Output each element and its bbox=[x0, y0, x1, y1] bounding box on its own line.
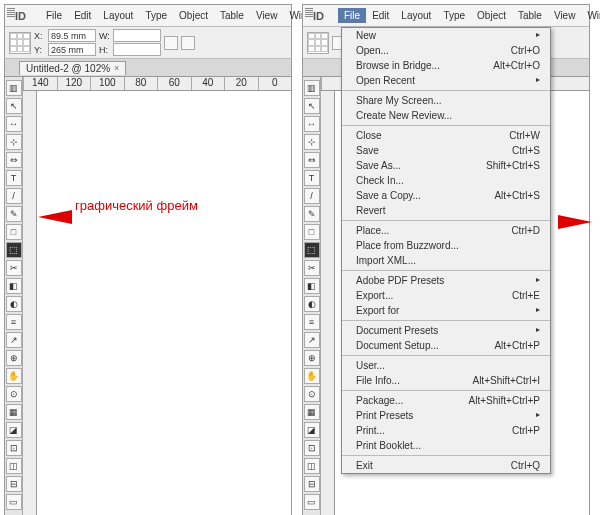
tool-button[interactable]: / bbox=[304, 188, 320, 204]
close-icon[interactable]: × bbox=[114, 63, 119, 73]
tool-button[interactable]: ✋ bbox=[304, 368, 320, 384]
tool-button[interactable]: ≡ bbox=[6, 314, 22, 330]
tool-button[interactable]: ↖ bbox=[304, 98, 320, 114]
menu-item[interactable]: Create New Review... bbox=[342, 108, 550, 123]
grip-icon[interactable] bbox=[7, 8, 15, 18]
w-input[interactable] bbox=[113, 29, 161, 42]
menu-item[interactable]: New▸ bbox=[342, 28, 550, 43]
tool-button[interactable]: ◫ bbox=[6, 458, 22, 474]
menu-item[interactable]: Table bbox=[512, 8, 548, 23]
menu-item[interactable]: SaveCtrl+S bbox=[342, 143, 550, 158]
tool-button[interactable]: ◐ bbox=[304, 296, 320, 312]
tool-button[interactable]: ≡ bbox=[304, 314, 320, 330]
canvas[interactable]: 140120100806040200 bbox=[23, 77, 291, 515]
menu-item[interactable]: View bbox=[250, 8, 284, 23]
tool-button[interactable]: ⊙ bbox=[6, 386, 22, 402]
menu-item-file[interactable]: File bbox=[338, 8, 366, 23]
document-tab[interactable]: Untitled-2 @ 102% × bbox=[19, 61, 126, 75]
reference-point-icon[interactable] bbox=[307, 32, 329, 54]
menu-item[interactable]: ExitCtrl+Q bbox=[342, 458, 550, 473]
tool-button[interactable]: ⬚ bbox=[6, 242, 22, 258]
tool-button[interactable]: ▥ bbox=[304, 80, 320, 96]
menu-item[interactable]: File Info...Alt+Shift+Ctrl+I bbox=[342, 373, 550, 388]
tool-button[interactable]: ⊟ bbox=[6, 476, 22, 492]
menu-item[interactable]: Layout bbox=[97, 8, 139, 23]
tool-button[interactable]: ✂ bbox=[304, 260, 320, 276]
menu-item[interactable]: Object bbox=[471, 8, 512, 23]
menu-item[interactable]: Share My Screen... bbox=[342, 93, 550, 108]
menu-item[interactable]: Save a Copy...Alt+Ctrl+S bbox=[342, 188, 550, 203]
tool-button[interactable]: ↔ bbox=[6, 116, 22, 132]
tool-button[interactable]: ⊕ bbox=[304, 350, 320, 366]
menu-item[interactable]: Place from Buzzword... bbox=[342, 238, 550, 253]
menu-item[interactable]: Open Recent▸ bbox=[342, 73, 550, 88]
menu-item[interactable]: Export...Ctrl+E bbox=[342, 288, 550, 303]
menu-item[interactable]: File bbox=[40, 8, 68, 23]
tool-button[interactable]: ▥ bbox=[6, 80, 22, 96]
tool-button[interactable]: ⊕ bbox=[6, 350, 22, 366]
menu-item[interactable]: View bbox=[548, 8, 582, 23]
tool-button[interactable]: ▦ bbox=[6, 404, 22, 420]
menu-item[interactable]: Import XML... bbox=[342, 253, 550, 268]
menu-item[interactable]: Winc bbox=[581, 8, 600, 23]
menu-item[interactable]: Export for▸ bbox=[342, 303, 550, 318]
tool-button[interactable]: ⊡ bbox=[6, 440, 22, 456]
tool-button[interactable]: ◐ bbox=[6, 296, 22, 312]
tool-button[interactable]: ⊟ bbox=[304, 476, 320, 492]
tool-button[interactable]: ◧ bbox=[6, 278, 22, 294]
menu-item[interactable]: Adobe PDF Presets▸ bbox=[342, 273, 550, 288]
menu-item[interactable]: Print Presets▸ bbox=[342, 408, 550, 423]
tool-button[interactable]: ↗ bbox=[6, 332, 22, 348]
tool-button[interactable]: ▭ bbox=[6, 494, 22, 510]
tool-button[interactable]: ⇔ bbox=[6, 152, 22, 168]
tool-button[interactable]: T bbox=[6, 170, 22, 186]
tool-button[interactable]: ↗ bbox=[304, 332, 320, 348]
tool-button[interactable]: ✎ bbox=[6, 206, 22, 222]
tool-button[interactable]: □ bbox=[6, 224, 22, 240]
menu-item[interactable]: Print Booklet... bbox=[342, 438, 550, 453]
tool-button[interactable]: ▭ bbox=[304, 494, 320, 510]
tool-button[interactable]: ◪ bbox=[304, 422, 320, 438]
tool-button[interactable]: T bbox=[304, 170, 320, 186]
tool-button[interactable]: ⊹ bbox=[304, 134, 320, 150]
y-input[interactable] bbox=[48, 43, 96, 56]
menu-item[interactable]: Browse in Bridge...Alt+Ctrl+O bbox=[342, 58, 550, 73]
menu-item[interactable]: Table bbox=[214, 8, 250, 23]
menu-item[interactable]: Open...Ctrl+O bbox=[342, 43, 550, 58]
options-icon[interactable] bbox=[181, 36, 195, 50]
menu-item[interactable]: Object bbox=[173, 8, 214, 23]
tool-button[interactable]: ⊙ bbox=[304, 386, 320, 402]
constrain-icon[interactable] bbox=[164, 36, 178, 50]
h-input[interactable] bbox=[113, 43, 161, 56]
menu-item[interactable]: User... bbox=[342, 358, 550, 373]
menu-item[interactable]: Save As...Shift+Ctrl+S bbox=[342, 158, 550, 173]
tool-button[interactable]: ⇔ bbox=[304, 152, 320, 168]
tool-button[interactable]: ✎ bbox=[304, 206, 320, 222]
grip-icon[interactable] bbox=[305, 8, 313, 18]
tool-button[interactable]: ↖ bbox=[6, 98, 22, 114]
tool-button[interactable]: ⊡ bbox=[304, 440, 320, 456]
page[interactable] bbox=[47, 97, 287, 513]
tool-button[interactable]: □ bbox=[304, 224, 320, 240]
menu-item[interactable]: Print...Ctrl+P bbox=[342, 423, 550, 438]
tool-button[interactable]: ⬚ bbox=[304, 242, 320, 258]
menu-item[interactable]: Type bbox=[139, 8, 173, 23]
reference-point-icon[interactable] bbox=[9, 32, 31, 54]
tool-button[interactable]: ✋ bbox=[6, 368, 22, 384]
menu-item[interactable]: Edit bbox=[68, 8, 97, 23]
tool-button[interactable]: / bbox=[6, 188, 22, 204]
menu-item[interactable]: Type bbox=[437, 8, 471, 23]
tool-button[interactable]: ✂ bbox=[6, 260, 22, 276]
menu-item[interactable]: Document Presets▸ bbox=[342, 323, 550, 338]
tool-button[interactable]: ◫ bbox=[304, 458, 320, 474]
x-input[interactable] bbox=[48, 29, 96, 42]
tool-button[interactable]: ⊹ bbox=[6, 134, 22, 150]
tool-button[interactable]: ↔ bbox=[304, 116, 320, 132]
menu-item[interactable]: Place...Ctrl+D bbox=[342, 223, 550, 238]
menu-item[interactable]: Document Setup...Alt+Ctrl+P bbox=[342, 338, 550, 353]
tool-button[interactable]: ◧ bbox=[304, 278, 320, 294]
menu-item[interactable]: Package...Alt+Shift+Ctrl+P bbox=[342, 393, 550, 408]
menu-item[interactable]: Edit bbox=[366, 8, 395, 23]
tool-button[interactable]: ◪ bbox=[6, 422, 22, 438]
menu-item[interactable]: Layout bbox=[395, 8, 437, 23]
